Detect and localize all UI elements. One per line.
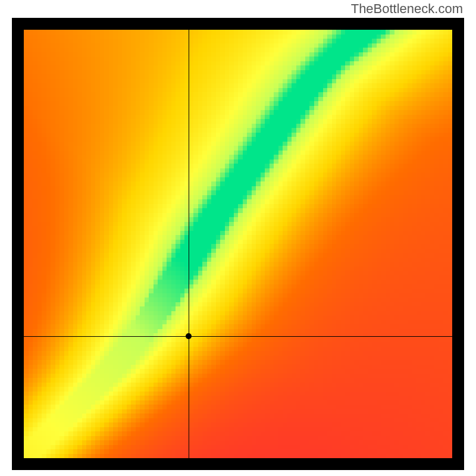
chart-container: TheBottleneck.com (0, 0, 476, 476)
crosshair-marker (186, 333, 192, 339)
crosshair-horizontal (24, 336, 452, 337)
heatmap-canvas (24, 30, 452, 458)
watermark-text: TheBottleneck.com (351, 1, 463, 17)
chart-frame (12, 18, 464, 470)
heatmap-plot (24, 30, 452, 458)
crosshair-vertical (189, 30, 189, 458)
